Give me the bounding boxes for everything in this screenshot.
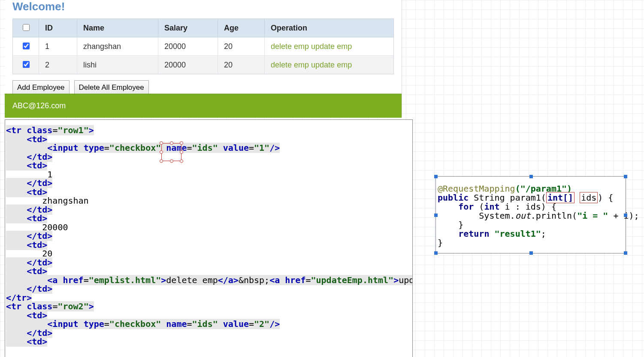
cell-id: 1	[39, 37, 77, 56]
webapp-preview-panel: Welcome! ID Name Salary Age Operation 1 …	[5, 0, 402, 118]
delete-emp-link[interactable]: delete emp	[271, 61, 309, 69]
select-all-checkbox[interactable]	[23, 24, 30, 31]
resize-handle-icon[interactable]	[529, 251, 533, 255]
employee-table: ID Name Salary Age Operation 1 zhangshan…	[12, 18, 394, 74]
table-row: 1 zhangshan 20000 20 delete emp update e…	[13, 37, 393, 56]
cell-name: zhangshan	[77, 37, 158, 56]
cell-operation: delete emp update emp	[265, 37, 393, 56]
cell-salary: 20000	[158, 56, 218, 74]
html-source-code: <tr class="row1"> <td> <input type="chec…	[5, 120, 412, 346]
update-emp-link[interactable]: update emp	[311, 61, 352, 69]
add-employee-button[interactable]: Add Employee	[12, 80, 70, 95]
button-row: Add Employee Delete All Employee	[12, 80, 402, 95]
header-operation: Operation	[265, 19, 393, 37]
header-name: Name	[77, 19, 158, 37]
resize-handle-icon[interactable]	[434, 214, 438, 217]
header-salary: Salary	[158, 19, 218, 37]
row-checkbox[interactable]	[23, 61, 30, 68]
table-row: 2 lishi 20000 20 delete emp update emp	[13, 56, 393, 74]
cell-id: 2	[39, 56, 77, 74]
resize-handle-icon[interactable]	[434, 251, 438, 255]
resize-handle-icon[interactable]	[529, 175, 533, 178]
footer-bar: ABC@126.com	[5, 94, 402, 118]
header-checkbox-cell	[13, 19, 39, 37]
delete-emp-link[interactable]: delete emp	[271, 42, 309, 51]
cell-age: 20	[218, 37, 265, 56]
page-title: Welcome!	[12, 0, 402, 13]
resize-handle-icon[interactable]	[624, 175, 627, 178]
header-age: Age	[218, 19, 265, 37]
footer-email: ABC@126.com	[12, 101, 66, 110]
java-code-panel[interactable]: @RequestMapping("/param1") public String…	[435, 176, 626, 253]
resize-handle-icon[interactable]	[624, 214, 627, 217]
cell-operation: delete emp update emp	[265, 56, 393, 74]
html-source-panel[interactable]: <tr class="row1"> <td> <input type="chec…	[5, 119, 413, 357]
delete-all-employee-button[interactable]: Delete All Employee	[74, 80, 149, 95]
resize-handle-icon[interactable]	[434, 175, 438, 178]
java-code: @RequestMapping("/param1") public String…	[436, 177, 626, 247]
cell-age: 20	[218, 56, 265, 74]
cell-name: lishi	[77, 56, 158, 74]
header-id: ID	[39, 19, 77, 37]
row-checkbox[interactable]	[23, 43, 30, 49]
resize-handle-icon[interactable]	[624, 251, 627, 255]
cell-salary: 20000	[158, 37, 218, 56]
update-emp-link[interactable]: update emp	[311, 42, 352, 51]
